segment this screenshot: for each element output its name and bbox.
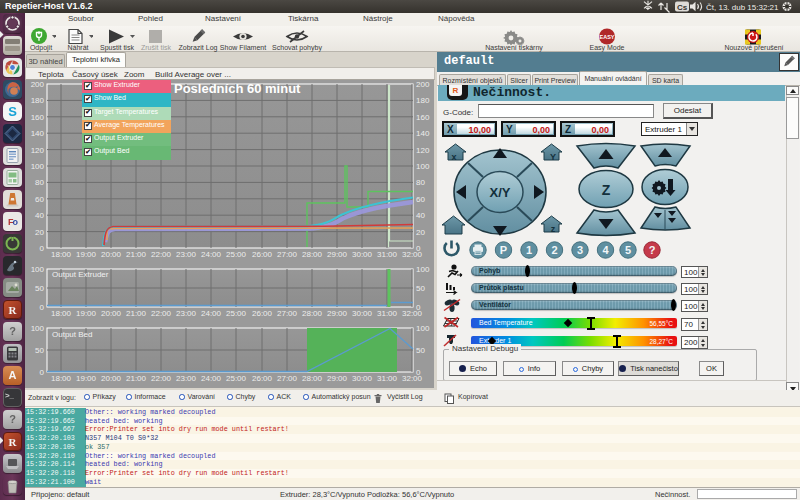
- svg-text:P: P: [500, 244, 507, 256]
- svg-text:40: 40: [416, 211, 425, 220]
- svg-text:20: 20: [416, 228, 425, 237]
- svg-text:100: 100: [416, 324, 430, 333]
- svg-text:21:00: 21:00: [126, 374, 147, 383]
- svg-text:21:00: 21:00: [126, 250, 147, 259]
- svg-text:18:00: 18:00: [51, 309, 72, 318]
- svg-text:24:00: 24:00: [201, 309, 222, 318]
- svg-text:100: 100: [416, 265, 430, 274]
- svg-text:20:00: 20:00: [101, 374, 122, 383]
- svg-text:Cs: Cs: [677, 3, 688, 12]
- svg-text:25:00: 25:00: [226, 250, 247, 259]
- svg-text:200: 200: [31, 80, 45, 89]
- svg-text:24:00: 24:00: [201, 250, 222, 259]
- svg-text:32:00: 32:00: [402, 374, 423, 383]
- svg-text:3: 3: [577, 244, 583, 256]
- svg-text:31:00: 31:00: [377, 374, 398, 383]
- svg-text:100: 100: [31, 162, 45, 171]
- svg-text:60: 60: [416, 195, 425, 204]
- svg-text:21:00: 21:00: [126, 309, 147, 318]
- svg-text:120: 120: [31, 146, 45, 155]
- svg-text:28:00: 28:00: [302, 309, 323, 318]
- svg-text:27:00: 27:00: [277, 374, 298, 383]
- svg-text:100: 100: [31, 324, 45, 333]
- svg-text:22:00: 22:00: [151, 309, 172, 318]
- svg-text:Output Bed: Output Bed: [52, 330, 92, 339]
- svg-text:Čt, 13. dub 15:32:21: Čt, 13. dub 15:32:21: [706, 3, 779, 12]
- svg-text:31:00: 31:00: [377, 250, 398, 259]
- svg-text:23:00: 23:00: [176, 374, 197, 383]
- svg-text:23:00: 23:00: [176, 250, 197, 259]
- svg-text:Output Extruder: Output Extruder: [52, 270, 109, 279]
- svg-text:1: 1: [526, 244, 532, 256]
- svg-text:X/Y: X/Y: [490, 185, 511, 200]
- svg-text:50: 50: [35, 346, 44, 355]
- svg-text:40: 40: [35, 211, 44, 220]
- svg-text:z: z: [551, 224, 556, 234]
- svg-text:29:00: 29:00: [327, 250, 348, 259]
- svg-text:31:00: 31:00: [377, 309, 398, 318]
- svg-text:100: 100: [31, 265, 45, 274]
- svg-text:19:00: 19:00: [76, 374, 97, 383]
- svg-text:30:00: 30:00: [352, 374, 373, 383]
- svg-text:32:00: 32:00: [402, 309, 423, 318]
- svg-text:50: 50: [35, 284, 44, 293]
- svg-text:180: 180: [416, 96, 430, 105]
- svg-text:19:00: 19:00: [76, 250, 97, 259]
- svg-text:80: 80: [416, 178, 425, 187]
- svg-text:Z: Z: [602, 182, 611, 198]
- svg-text:Y: Y: [550, 152, 556, 162]
- svg-text:x: x: [451, 152, 456, 162]
- svg-text:20:00: 20:00: [101, 309, 122, 318]
- svg-text:100: 100: [416, 162, 430, 171]
- svg-text:24:00: 24:00: [201, 374, 222, 383]
- svg-text:50: 50: [416, 284, 425, 293]
- svg-text:160: 160: [31, 113, 45, 122]
- svg-text:30:00: 30:00: [352, 250, 373, 259]
- svg-text:2: 2: [551, 244, 557, 256]
- svg-text:4: 4: [602, 244, 609, 256]
- svg-text:20: 20: [35, 228, 44, 237]
- svg-text:30:00: 30:00: [352, 309, 373, 318]
- svg-text:29:00: 29:00: [327, 374, 348, 383]
- svg-text:22:00: 22:00: [151, 374, 172, 383]
- svg-text:60: 60: [35, 195, 44, 204]
- svg-text:28:00: 28:00: [302, 374, 323, 383]
- svg-text:0: 0: [40, 244, 45, 253]
- svg-text:28:00: 28:00: [302, 250, 323, 259]
- svg-text:?: ?: [649, 244, 656, 256]
- svg-text:26:00: 26:00: [252, 374, 273, 383]
- svg-text:25:00: 25:00: [226, 374, 247, 383]
- svg-text:80: 80: [35, 178, 44, 187]
- svg-text:32:00: 32:00: [402, 250, 423, 259]
- svg-text:29:00: 29:00: [327, 309, 348, 318]
- svg-text:160: 160: [416, 113, 430, 122]
- svg-text:22:00: 22:00: [151, 250, 172, 259]
- svg-text:50: 50: [416, 346, 425, 355]
- svg-text:200: 200: [416, 80, 430, 89]
- svg-text:120: 120: [416, 146, 430, 155]
- svg-text:26:00: 26:00: [252, 309, 273, 318]
- svg-text:19:00: 19:00: [76, 309, 97, 318]
- svg-text:180: 180: [31, 96, 45, 105]
- svg-text:27:00: 27:00: [277, 250, 298, 259]
- svg-text:0: 0: [40, 368, 45, 377]
- svg-text:EASY: EASY: [600, 34, 615, 40]
- svg-text:27:00: 27:00: [277, 309, 298, 318]
- svg-text:18:00: 18:00: [51, 374, 72, 383]
- svg-text:18:00: 18:00: [51, 250, 72, 259]
- svg-text:20:00: 20:00: [101, 250, 122, 259]
- svg-text:23:00: 23:00: [176, 309, 197, 318]
- svg-text:140: 140: [416, 129, 430, 138]
- svg-text:26:00: 26:00: [252, 250, 273, 259]
- svg-text:25:00: 25:00: [226, 309, 247, 318]
- svg-text:5: 5: [625, 244, 631, 256]
- svg-text:140: 140: [31, 129, 45, 138]
- svg-text:0: 0: [40, 303, 45, 312]
